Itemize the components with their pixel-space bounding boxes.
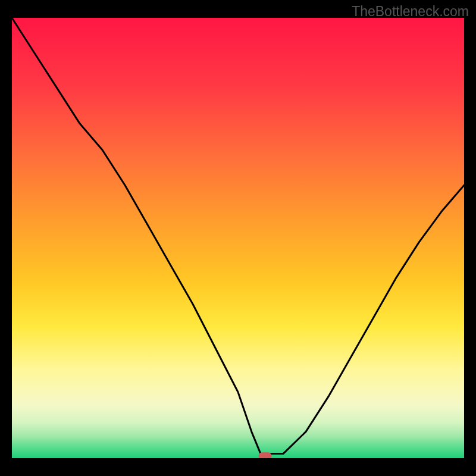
chart-svg	[12, 18, 464, 458]
optimal-marker	[259, 452, 272, 458]
watermark-text: TheBottleneck.com	[352, 4, 469, 20]
chart-container: TheBottleneck.com	[0, 0, 476, 476]
plot-area	[12, 18, 464, 458]
